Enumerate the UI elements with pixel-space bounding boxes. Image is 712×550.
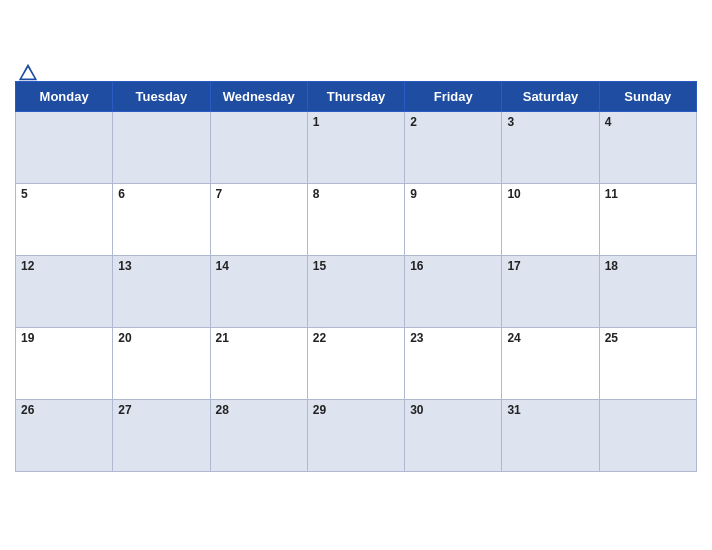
calendar-cell: 23	[405, 328, 502, 400]
calendar-cell: 17	[502, 256, 599, 328]
calendar-cell: 26	[16, 400, 113, 472]
calendar-cell: 1	[307, 112, 404, 184]
calendar-cell	[210, 112, 307, 184]
calendar-cell	[16, 112, 113, 184]
weekday-header-wednesday: Wednesday	[210, 82, 307, 112]
day-number: 23	[410, 331, 423, 345]
calendar-cell: 19	[16, 328, 113, 400]
calendar-thead: MondayTuesdayWednesdayThursdayFridaySatu…	[16, 82, 697, 112]
calendar-week-row: 1234	[16, 112, 697, 184]
calendar-cell: 15	[307, 256, 404, 328]
day-number: 4	[605, 115, 612, 129]
calendar-cell: 29	[307, 400, 404, 472]
calendar-cell: 4	[599, 112, 696, 184]
calendar-cell: 18	[599, 256, 696, 328]
calendar-cell: 24	[502, 328, 599, 400]
logo-text	[15, 62, 39, 84]
calendar-cell: 22	[307, 328, 404, 400]
calendar-table: MondayTuesdayWednesdayThursdayFridaySatu…	[15, 81, 697, 472]
calendar-cell: 16	[405, 256, 502, 328]
day-number: 13	[118, 259, 131, 273]
day-number: 15	[313, 259, 326, 273]
day-number: 29	[313, 403, 326, 417]
day-number: 30	[410, 403, 423, 417]
day-number: 10	[507, 187, 520, 201]
calendar-cell: 11	[599, 184, 696, 256]
calendar-cell: 3	[502, 112, 599, 184]
calendar-cell: 8	[307, 184, 404, 256]
calendar-cell	[113, 112, 210, 184]
calendar-week-row: 12131415161718	[16, 256, 697, 328]
day-number: 2	[410, 115, 417, 129]
calendar-container: MondayTuesdayWednesdayThursdayFridaySatu…	[0, 63, 712, 487]
calendar-cell: 10	[502, 184, 599, 256]
day-number: 8	[313, 187, 320, 201]
calendar-cell: 14	[210, 256, 307, 328]
calendar-week-row: 262728293031	[16, 400, 697, 472]
calendar-cell: 30	[405, 400, 502, 472]
day-number: 3	[507, 115, 514, 129]
calendar-cell: 2	[405, 112, 502, 184]
day-number: 6	[118, 187, 125, 201]
calendar-week-row: 19202122232425	[16, 328, 697, 400]
day-number: 24	[507, 331, 520, 345]
calendar-cell: 28	[210, 400, 307, 472]
logo-icon	[17, 62, 39, 84]
day-number: 19	[21, 331, 34, 345]
day-number: 31	[507, 403, 520, 417]
day-number: 22	[313, 331, 326, 345]
calendar-cell: 9	[405, 184, 502, 256]
day-number: 12	[21, 259, 34, 273]
day-number: 27	[118, 403, 131, 417]
calendar-cell: 7	[210, 184, 307, 256]
weekday-header-friday: Friday	[405, 82, 502, 112]
calendar-cell: 6	[113, 184, 210, 256]
calendar-cell: 25	[599, 328, 696, 400]
calendar-cell: 20	[113, 328, 210, 400]
weekday-header-sunday: Sunday	[599, 82, 696, 112]
weekday-header-saturday: Saturday	[502, 82, 599, 112]
day-number: 28	[216, 403, 229, 417]
day-number: 20	[118, 331, 131, 345]
day-number: 21	[216, 331, 229, 345]
weekday-header-thursday: Thursday	[307, 82, 404, 112]
calendar-week-row: 567891011	[16, 184, 697, 256]
day-number: 26	[21, 403, 34, 417]
weekday-header-row: MondayTuesdayWednesdayThursdayFridaySatu…	[16, 82, 697, 112]
day-number: 1	[313, 115, 320, 129]
calendar-cell: 21	[210, 328, 307, 400]
calendar-cell: 27	[113, 400, 210, 472]
day-number: 25	[605, 331, 618, 345]
calendar-cell: 5	[16, 184, 113, 256]
calendar-cell: 13	[113, 256, 210, 328]
calendar-cell	[599, 400, 696, 472]
weekday-header-tuesday: Tuesday	[113, 82, 210, 112]
day-number: 18	[605, 259, 618, 273]
weekday-header-monday: Monday	[16, 82, 113, 112]
calendar-tbody: 1234567891011121314151617181920212223242…	[16, 112, 697, 472]
day-number: 17	[507, 259, 520, 273]
day-number: 7	[216, 187, 223, 201]
day-number: 16	[410, 259, 423, 273]
day-number: 5	[21, 187, 28, 201]
calendar-cell: 31	[502, 400, 599, 472]
day-number: 9	[410, 187, 417, 201]
day-number: 11	[605, 187, 618, 201]
day-number: 14	[216, 259, 229, 273]
logo-area	[15, 62, 39, 84]
calendar-cell: 12	[16, 256, 113, 328]
